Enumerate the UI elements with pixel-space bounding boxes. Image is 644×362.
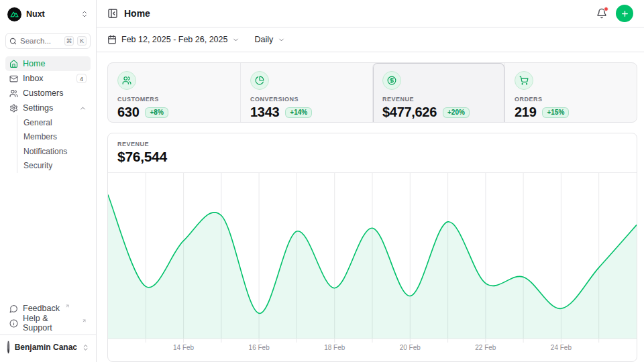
add-button[interactable] xyxy=(616,5,633,22)
stat-delta-badge: +8% xyxy=(145,107,168,118)
stat-value: $477,626 xyxy=(382,105,437,120)
x-axis-labels: 14 Feb16 Feb18 Feb20 Feb22 Feb24 Feb xyxy=(108,343,637,355)
user-name: Benjamin Canac xyxy=(15,343,77,352)
sidebar-item-customers[interactable]: Customers xyxy=(5,86,91,101)
gear-icon xyxy=(9,104,18,113)
header-actions xyxy=(596,5,633,22)
stat-delta-badge: +14% xyxy=(285,107,312,118)
sidebar-nav: Home Inbox 4 Customers Settings Genera xyxy=(5,56,91,173)
sidebar-collapse-button[interactable] xyxy=(107,8,118,19)
stat-label: ORDERS xyxy=(515,96,627,103)
info-circle-icon xyxy=(9,319,18,328)
chart-value: $76,544 xyxy=(117,149,627,165)
search-input[interactable]: Search... ⌘ K xyxy=(5,33,91,49)
sidebar: Nuxt Search... ⌘ K Home Inbox 4 xyxy=(0,0,97,362)
pie-chart-icon xyxy=(250,71,269,90)
footer-link-label: Help & Support xyxy=(23,314,76,333)
chevrons-up-down-icon xyxy=(80,10,89,18)
sidebar-item-notifications[interactable]: Notifications xyxy=(17,144,91,159)
sidebar-item-general[interactable]: General xyxy=(17,115,91,130)
panel-left-close-icon xyxy=(107,8,118,19)
notification-dot xyxy=(604,7,608,11)
stat-card-conversions[interactable]: CONVERSIONS 1343 +14% xyxy=(240,63,372,123)
dashboard-content: CUSTOMERS 630 +8% CONVERSIONS 1343 +14% xyxy=(97,52,644,362)
revenue-chart-card: REVENUE $76,544 14 Feb16 Feb18 Feb20 Feb… xyxy=(107,133,637,362)
users-icon xyxy=(117,71,136,90)
stat-label: REVENUE xyxy=(382,96,495,103)
external-link-icon xyxy=(65,304,70,308)
stat-delta-badge: +15% xyxy=(542,107,569,118)
chart-header: REVENUE $76,544 xyxy=(108,133,637,173)
message-bubble-icon xyxy=(9,304,18,313)
notifications-button[interactable] xyxy=(596,8,607,19)
x-tick-label: 24 Feb xyxy=(551,344,572,351)
chart-label: REVENUE xyxy=(117,141,627,147)
kbd-k: K xyxy=(77,36,87,46)
external-link-icon xyxy=(82,318,87,323)
top-header: Home xyxy=(97,0,644,27)
sidebar-item-label: Inbox xyxy=(23,74,44,83)
workspace-switcher[interactable]: Nuxt xyxy=(5,5,91,23)
users-icon xyxy=(9,89,18,98)
period-select[interactable]: Daily xyxy=(254,35,285,44)
inbox-count-badge: 4 xyxy=(76,74,87,83)
kbd-cmd: ⌘ xyxy=(64,36,74,46)
sidebar-item-label: Settings xyxy=(23,103,53,113)
stat-value: 630 xyxy=(117,105,139,120)
nuxt-logo-icon xyxy=(7,7,21,21)
sidebar-item-inbox[interactable]: Inbox 4 xyxy=(5,71,91,86)
sidebar-item-label: Home xyxy=(23,59,45,68)
period-value: Daily xyxy=(254,35,273,44)
page-title: Home xyxy=(124,8,150,19)
x-tick-label: 18 Feb xyxy=(324,344,345,351)
chevron-up-icon xyxy=(79,105,87,112)
chevrons-up-down-icon xyxy=(82,344,89,351)
stat-card-customers[interactable]: CUSTOMERS 630 +8% xyxy=(108,63,240,123)
plus-icon xyxy=(621,9,629,18)
stat-value: 1343 xyxy=(250,105,279,120)
help-support-link[interactable]: Help & Support xyxy=(5,316,91,330)
chevron-down-icon xyxy=(232,36,239,44)
sidebar-item-security[interactable]: Security xyxy=(17,159,91,174)
stat-card-orders[interactable]: ORDERS 219 +15% xyxy=(504,63,637,123)
search-placeholder: Search... xyxy=(20,37,61,45)
stat-delta-badge: +20% xyxy=(443,107,470,118)
revenue-chart-svg xyxy=(108,173,637,343)
sidebar-footer-links: Feedback Help & Support xyxy=(5,301,91,330)
search-icon xyxy=(9,38,17,45)
stat-card-revenue[interactable]: REVENUE $477,626 +20% xyxy=(372,63,504,123)
revenue-chart-plot[interactable] xyxy=(108,173,637,343)
user-menu[interactable]: Benjamin Canac xyxy=(0,335,96,357)
sidebar-item-home[interactable]: Home xyxy=(5,56,91,71)
date-range-value: Feb 12, 2025 - Feb 26, 2025 xyxy=(121,35,227,44)
x-tick-label: 22 Feb xyxy=(475,344,496,351)
x-tick-label: 16 Feb xyxy=(249,344,270,351)
cart-icon xyxy=(515,71,533,90)
x-tick-label: 14 Feb xyxy=(173,344,194,351)
circle-dollar-icon xyxy=(382,71,401,90)
x-tick-label: 20 Feb xyxy=(400,344,421,351)
sidebar-item-settings[interactable]: Settings xyxy=(5,101,91,115)
workspace-name: Nuxt xyxy=(26,9,45,19)
settings-subnav: General Members Notifications Security xyxy=(17,115,91,173)
avatar xyxy=(7,341,10,354)
sidebar-item-members[interactable]: Members xyxy=(17,130,91,145)
stat-label: CUSTOMERS xyxy=(117,96,231,103)
footer-link-label: Feedback xyxy=(23,304,60,313)
sidebar-item-label: Customers xyxy=(23,88,63,98)
inbox-mail-icon xyxy=(9,74,18,83)
sidebar-spacer xyxy=(5,173,91,301)
calendar-icon xyxy=(107,35,117,44)
main-panel: Home Feb 12, 2025 - Feb 26, 2025 xyxy=(97,0,644,362)
chevron-down-icon xyxy=(278,36,285,44)
stats-cards: CUSTOMERS 630 +8% CONVERSIONS 1343 +14% xyxy=(107,62,637,123)
date-range-picker[interactable]: Feb 12, 2025 - Feb 26, 2025 xyxy=(107,35,239,44)
stat-value: 219 xyxy=(515,105,536,120)
home-icon xyxy=(9,60,18,68)
filters-toolbar: Feb 12, 2025 - Feb 26, 2025 Daily xyxy=(97,27,644,52)
stat-label: CONVERSIONS xyxy=(250,96,363,103)
